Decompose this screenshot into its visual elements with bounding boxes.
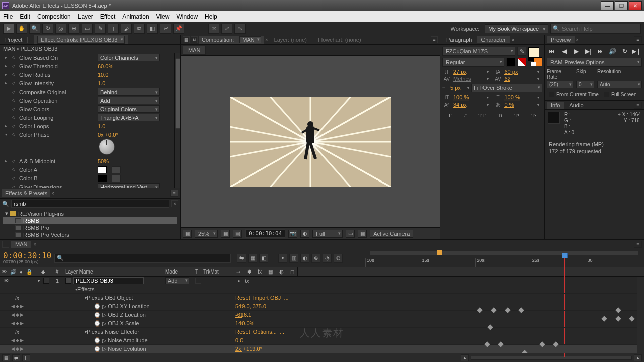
color-a-eyedropper-icon[interactable] — [112, 166, 121, 173]
frame-rate-dropdown[interactable]: (25) — [547, 81, 573, 88]
active-camera-dropdown[interactable]: Active Camera — [370, 230, 413, 238]
fx2-dots[interactable]: ... — [280, 329, 284, 335]
mode-col[interactable]: Mode — [163, 267, 193, 276]
layer-mode-dropdown[interactable]: Add — [165, 277, 189, 284]
hand-tool[interactable]: ✋ — [16, 24, 27, 34]
axis-view-icon[interactable]: ⤡ — [234, 24, 246, 34]
composition-tab[interactable]: Composition: MAN — [199, 36, 264, 44]
prop-noise-amp-row[interactable]: ◀◆▶ ⌚ ▷ Noise Amplitude 0.0 — [0, 336, 644, 345]
fill-stroke-swatches[interactable] — [528, 47, 542, 66]
fx1-reset[interactable]: Reset — [235, 295, 250, 301]
tl-ic-3[interactable]: ◧ — [259, 254, 268, 263]
tl-ic-draft3d[interactable]: ✦ — [278, 254, 287, 263]
ram-preview-options-dropdown[interactable]: RAM Preview Options — [547, 58, 642, 67]
sw-3d-icon[interactable]: ◻ — [290, 269, 294, 275]
timeline-tab-close-icon[interactable]: × — [33, 242, 36, 247]
ep-search-input[interactable] — [11, 200, 169, 208]
track-matte-toggle[interactable] — [195, 278, 201, 284]
layer-name-col[interactable]: Layer Name — [62, 267, 163, 276]
prop-obj-xscale-row[interactable]: ◀◆▶ ⌚ ▷ OBJ X Scale 140.0% — [0, 319, 644, 328]
timeline-vscroll[interactable] — [637, 277, 644, 353]
tl-ic-mb[interactable]: ⊚ — [311, 254, 320, 263]
timeline-ruler[interactable]: 10s 15s 20s 25s 30 — [365, 250, 641, 267]
menu-file[interactable]: File — [3, 13, 13, 20]
bold-button[interactable]: T — [448, 112, 451, 119]
menu-layer[interactable]: Layer — [78, 13, 93, 20]
preview-tab[interactable]: Preview — [547, 36, 575, 43]
kf-add-icon[interactable]: ◆ — [16, 304, 19, 309]
text-tool[interactable]: T — [108, 24, 119, 34]
menu-window[interactable]: Window — [176, 13, 198, 20]
tl-ic-sw2[interactable]: ◐ — [300, 254, 309, 263]
ep-folder[interactable]: ▾RE:Vision Plug-ins — [3, 210, 177, 217]
layer-name-input[interactable]: PLEXUS OBJ3 — [73, 277, 144, 284]
tl-zoom-slider[interactable] — [471, 356, 632, 360]
fx1-dots[interactable]: ... — [284, 295, 288, 301]
selection-tool[interactable]: ▶ — [3, 24, 14, 34]
play-button[interactable]: ▶ — [572, 47, 580, 55]
fx-plexus-obj-row[interactable]: fx ▾Plexus OBJ Object ResetImport OBJ... — [0, 294, 644, 302]
kf-next-icon[interactable]: ▶ — [20, 304, 24, 309]
subscript-button[interactable]: T₁ — [531, 112, 537, 119]
show-channel-icon[interactable]: ◐ — [300, 230, 309, 238]
roto-tool[interactable]: ✂ — [160, 24, 171, 34]
hscale-value[interactable]: 100 % — [505, 94, 536, 100]
stroke-mode-dropdown[interactable]: Fill Over Stroke — [471, 84, 542, 92]
preview-panel-menu-icon[interactable]: ≡ — [634, 36, 642, 43]
vscale-value[interactable]: 100 % — [453, 94, 485, 100]
menu-composition[interactable]: Composition — [37, 13, 71, 20]
menu-help[interactable]: Help — [205, 13, 217, 20]
tl-ic-graph[interactable]: ◔ — [323, 254, 332, 263]
ep-item-rsmb-pro-vectors[interactable]: RSMB Pro Vectors — [3, 231, 177, 238]
layer-row-1[interactable]: 👁 ▾ 1 PLEXUS OBJ3 Add ⊸fx — [0, 277, 644, 285]
ab-midpoint-value[interactable]: 50% — [98, 158, 109, 164]
paragraph-tab[interactable]: Paragraph — [442, 36, 476, 43]
composite-original-dropdown[interactable]: Behind — [98, 88, 160, 96]
viewer-timecode[interactable]: 0:00:30:04 — [245, 229, 285, 238]
ep-panel-menu-icon[interactable]: ≡ — [170, 190, 178, 197]
lock-col-icon[interactable]: 🔒 — [26, 269, 32, 275]
always-preview-icon[interactable]: ▦ — [183, 230, 192, 238]
noise-evo-value[interactable]: 2x +119.0° — [235, 346, 262, 352]
baseline-value[interactable]: 34 px — [453, 102, 485, 108]
tl-footer-ic2[interactable]: ⇄ — [12, 354, 20, 361]
search-help-field[interactable]: 🔍 — [550, 24, 641, 34]
layer-eye-icon[interactable]: 👁 — [4, 278, 9, 284]
audio-col-icon[interactable]: 🔊 — [10, 269, 16, 275]
transparency-grid-icon[interactable]: ▦ — [358, 230, 367, 238]
prop-noise-evo-row[interactable]: ◀◆▶ ⌚ ▷ Noise Evolution 2x +119.0° — [0, 345, 644, 353]
first-frame-button[interactable]: ⏮ — [548, 47, 556, 55]
work-area-thumb[interactable] — [437, 250, 442, 255]
axis-world-icon[interactable]: ⤢ — [221, 24, 232, 34]
comp-grip-icon[interactable]: ▦ — [183, 36, 190, 43]
tl-ic-1[interactable]: ⇆ — [237, 254, 246, 263]
zoom-dropdown[interactable]: 25% — [195, 230, 218, 238]
tl-ic-2[interactable]: ▦ — [248, 254, 257, 263]
comp-flow-icon[interactable]: ≋ — [191, 36, 198, 43]
glow-based-on-dropdown[interactable]: Color Channels — [98, 54, 160, 61]
fx2-opts[interactable]: Options... — [253, 329, 277, 335]
ec-scrollbar[interactable] — [174, 53, 180, 188]
ep-search-clear-icon[interactable]: × — [171, 200, 178, 207]
font-family-dropdown[interactable]: FZCuQian-M17S — [442, 47, 515, 56]
resolution-dropdown[interactable]: Full — [312, 230, 343, 238]
menu-view[interactable]: View — [156, 13, 170, 20]
comp-tab-close-icon[interactable]: × — [265, 37, 268, 43]
smallcaps-button[interactable]: Tt — [498, 112, 503, 119]
brush-tool[interactable]: 🖌 — [121, 24, 132, 34]
glow-threshold-value[interactable]: 60.0% — [98, 63, 113, 69]
obj-xy-value[interactable]: 549.0, 375.0 — [235, 303, 266, 309]
glow-dimensions-dropdown[interactable]: Horizontal and Vert... — [98, 183, 160, 188]
menu-effect[interactable]: Effect — [100, 13, 115, 20]
ep-item-rsmb[interactable]: RSMB — [3, 217, 177, 224]
fill-bw-icon[interactable] — [506, 58, 515, 67]
maximize-button[interactable]: ❐ — [615, 1, 628, 10]
kerning-value[interactable]: Metrics — [453, 76, 485, 82]
eyedropper-icon[interactable]: ✎ — [517, 47, 526, 56]
fx-plexus-noise-row[interactable]: fx ▾Plexus Noise Effector ResetOptions..… — [0, 328, 644, 336]
color-loops-value[interactable]: 1.0 — [98, 123, 105, 129]
comp-subtab[interactable]: MAN — [183, 46, 206, 55]
resolution-icon[interactable]: ▤ — [233, 230, 242, 238]
effects-presets-tab[interactable]: Effects & Presets — [2, 189, 50, 197]
color-b-swatch[interactable] — [98, 175, 107, 182]
